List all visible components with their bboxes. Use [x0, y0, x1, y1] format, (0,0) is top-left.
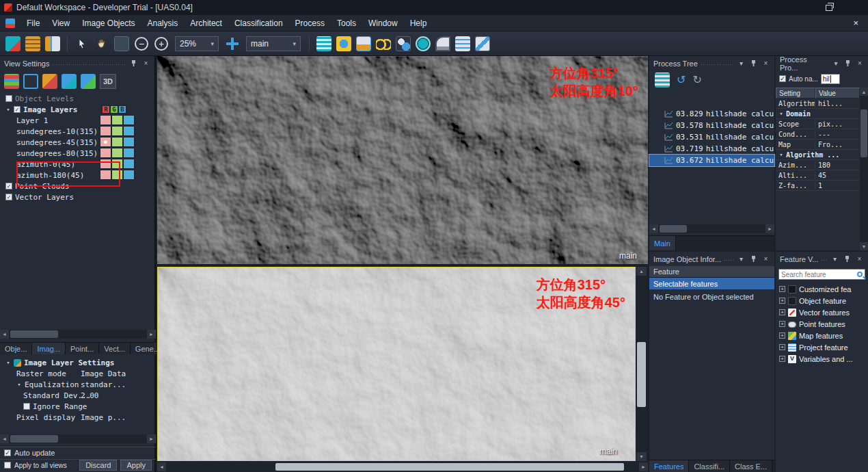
- auto-name-checkbox[interactable]: ✓: [779, 75, 786, 82]
- feature-group-map[interactable]: + Map features: [776, 330, 868, 341]
- blue-cell[interactable]: [123, 137, 135, 147]
- tree-item-image-layers[interactable]: ▾ ✓ Image Layers R G B: [0, 104, 156, 115]
- process-name-input[interactable]: hil: [821, 74, 840, 84]
- restore-window-icon[interactable]: [826, 5, 832, 11]
- close-icon[interactable]: ×: [761, 60, 770, 68]
- tab-vector[interactable]: Vect...: [99, 343, 131, 354]
- scroll-thumb[interactable]: [10, 330, 58, 338]
- map-view-top[interactable]: 方位角315° 太阳高度角10° main: [157, 56, 648, 264]
- add-layer-icon[interactable]: [81, 74, 96, 89]
- feature-group-object[interactable]: + Object feature: [776, 295, 868, 306]
- menu-help[interactable]: Help: [404, 16, 433, 30]
- samples-icon[interactable]: [394, 35, 412, 53]
- tab-point[interactable]: Point...: [66, 343, 99, 354]
- expander-icon[interactable]: ▾: [778, 151, 784, 158]
- layer-row[interactable]: Layer 1: [0, 115, 156, 126]
- expand-plus-icon[interactable]: +: [779, 332, 785, 339]
- close-icon[interactable]: ×: [761, 255, 770, 263]
- tab-classification[interactable]: Classifi...: [689, 460, 730, 472]
- select-cursor-icon[interactable]: [73, 35, 91, 53]
- process-list-icon[interactable]: [655, 73, 670, 88]
- process-item[interactable]: 03.829 hillshade calcu: [649, 108, 774, 120]
- expand-plus-icon[interactable]: +: [779, 344, 785, 350]
- layer-row[interactable]: azimuth-0(45): [0, 159, 156, 170]
- setting-row-equalization[interactable]: ▾ Equalization standar...: [0, 379, 156, 390]
- layer-row[interactable]: sundegrees-10(315): [0, 126, 156, 137]
- close-icon[interactable]: ×: [855, 255, 864, 263]
- properties-vertical-scrollbar[interactable]: ▲ ▼: [860, 88, 868, 250]
- tree-item-object-levels[interactable]: Object Levels: [0, 93, 156, 104]
- image-view-icon[interactable]: [355, 35, 372, 53]
- pin-icon[interactable]: [749, 255, 758, 263]
- setting-value[interactable]: Image Data: [81, 369, 126, 378]
- setting-row-standard-dev[interactable]: Standard Dev... 2.00: [0, 390, 156, 401]
- pixel-grid-icon[interactable]: [454, 35, 472, 53]
- menu-window[interactable]: Window: [362, 16, 404, 30]
- scroll-thumb[interactable]: [275, 463, 624, 471]
- layer-mixer-icon[interactable]: [4, 74, 19, 89]
- pin-icon[interactable]: [843, 60, 852, 68]
- pin-icon[interactable]: [129, 60, 138, 68]
- feature-group-project[interactable]: + Project feature: [776, 341, 868, 353]
- red-cell[interactable]: ●: [100, 137, 111, 147]
- viewer-vertical-scrollbar[interactable]: ▲ ▼: [636, 267, 647, 461]
- menu-process[interactable]: Process: [289, 16, 331, 30]
- scroll-right-icon[interactable]: ►: [147, 434, 156, 443]
- discard-button[interactable]: Discard: [79, 460, 117, 471]
- setting-value[interactable]: Image p...: [81, 413, 126, 422]
- expand-plus-icon[interactable]: +: [779, 298, 785, 304]
- property-row[interactable]: Azim...180: [776, 160, 860, 170]
- checkbox[interactable]: ✓: [5, 183, 12, 189]
- property-section-domain[interactable]: ▾Domain: [776, 109, 860, 119]
- tab-image[interactable]: Imag...: [32, 343, 66, 354]
- chevron-down-icon[interactable]: ▾: [830, 255, 839, 263]
- undo-icon[interactable]: ↺: [677, 75, 686, 86]
- document-close-icon[interactable]: ×: [846, 18, 865, 28]
- scroll-track[interactable]: [9, 330, 147, 339]
- expander-icon[interactable]: ▾: [16, 381, 22, 388]
- three-layer-icon[interactable]: [42, 74, 57, 89]
- expander-icon[interactable]: ▾: [5, 106, 11, 113]
- feature-group-customized[interactable]: + Customized fea: [776, 283, 868, 295]
- chevron-down-icon[interactable]: ▾: [832, 60, 840, 68]
- view-3d-button[interactable]: 3D: [100, 74, 116, 89]
- scroll-up-icon[interactable]: ▲: [860, 88, 868, 96]
- scroll-thumb[interactable]: [637, 342, 646, 407]
- expander-icon[interactable]: ▾: [778, 110, 784, 117]
- scroll-track[interactable]: [166, 462, 639, 471]
- feature-search-box[interactable]: [778, 269, 865, 280]
- scroll-left-icon[interactable]: ◄: [649, 224, 658, 233]
- scroll-thumb[interactable]: [10, 435, 58, 443]
- preview-document-icon[interactable]: [434, 35, 452, 53]
- tree-item-point-clouds[interactable]: ✓ Point Clouds: [0, 181, 156, 192]
- tab-class-evaluation[interactable]: Class E...: [730, 460, 772, 472]
- layer-row[interactable]: sundegrees-80(315): [0, 148, 156, 159]
- zoom-area-icon[interactable]: [113, 35, 131, 53]
- green-cell[interactable]: [111, 115, 123, 125]
- feature-group-variables[interactable]: + V Variables and ...: [776, 353, 868, 365]
- map-view-bottom-active[interactable]: 方位角315° 太阳高度角45° main: [157, 267, 636, 461]
- property-row[interactable]: MapFro...: [776, 140, 860, 150]
- blue-cell[interactable]: [123, 126, 135, 136]
- horizontal-scrollbar[interactable]: ◄ ►: [0, 330, 156, 339]
- scroll-track[interactable]: [9, 434, 147, 443]
- scroll-up-icon[interactable]: ▲: [636, 267, 647, 276]
- menu-analysis[interactable]: Analysis: [141, 16, 185, 30]
- scroll-right-icon[interactable]: ►: [765, 224, 774, 233]
- scroll-thumb[interactable]: [860, 109, 867, 157]
- redo-icon[interactable]: ↻: [692, 75, 701, 86]
- scroll-right-icon[interactable]: ►: [147, 330, 156, 339]
- sync-globe-icon[interactable]: [414, 35, 432, 53]
- zoom-out-icon[interactable]: −: [133, 35, 150, 53]
- scroll-left-icon[interactable]: ◄: [0, 330, 9, 339]
- process-item[interactable]: 03.719 hillshade calcu: [649, 143, 774, 155]
- property-row[interactable]: Scopepix...: [776, 119, 860, 129]
- map-select[interactable]: main ▾: [246, 36, 301, 51]
- zoom-in-icon[interactable]: +: [152, 35, 170, 53]
- process-item-selected[interactable]: 03.672 hillshade calcu: [649, 155, 774, 166]
- setting-row-ignore-range[interactable]: Ignore Range: [0, 401, 156, 412]
- blue-cell[interactable]: [123, 159, 135, 169]
- feature-group-point[interactable]: + Point features: [776, 318, 868, 330]
- pin-icon[interactable]: [749, 60, 758, 68]
- search-input[interactable]: [781, 271, 841, 278]
